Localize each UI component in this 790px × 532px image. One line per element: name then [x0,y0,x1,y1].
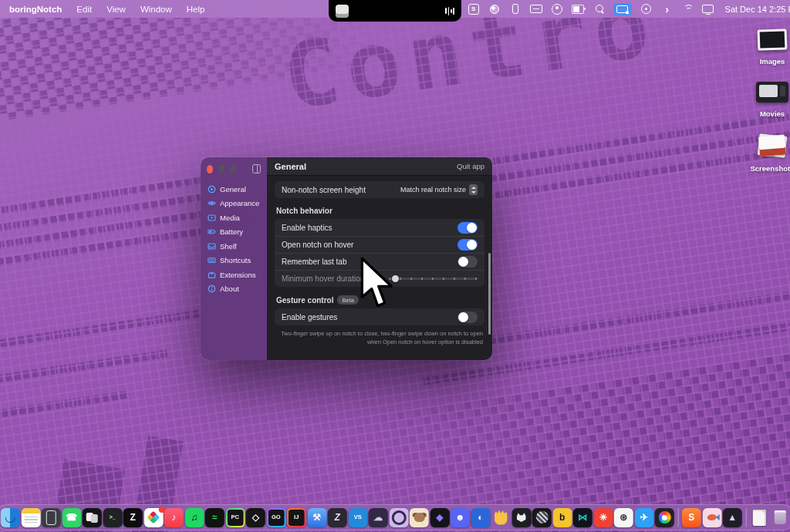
record-icon[interactable] [640,3,653,15]
stepper-icon [469,184,478,195]
dock-xcode[interactable]: ⚒ [307,508,326,527]
dock-windows-app[interactable] [83,508,102,527]
dock-vscode[interactable]: VS [348,508,367,527]
window-sidebar: GeneralAppearanceMediaBatteryShelfShortc… [201,157,267,360]
menu-edit[interactable]: Edit [76,5,92,14]
sidebar-item-label: Media [220,214,240,222]
desktop: { "menu_bar": { "app_name": "boringNotch… [0,0,790,532]
dock-pycharm[interactable]: PC [225,508,245,527]
menu-view[interactable]: View [106,5,126,14]
sidebar-toggle-icon[interactable] [252,164,261,173]
screen-mirroring-icon[interactable] [613,3,632,15]
scrollbar[interactable] [488,253,491,335]
dock-ghostty[interactable]: Z [328,508,347,527]
sidebar-item-extensions[interactable]: Extensions [207,270,261,279]
setting-row-open-notch-on-hover: Open notch on hover [275,236,484,253]
keyboard-battery-icon[interactable] [530,3,542,15]
battery-icon[interactable] [572,3,584,15]
sidebar-item-general[interactable]: General [207,184,261,194]
dock-notes[interactable] [21,508,40,527]
dock-cube-app[interactable]: ◇ [246,508,265,527]
ghostty-glyph: Z [335,513,340,522]
open-notch-on-hover-toggle[interactable] [457,239,478,251]
sphere-icon[interactable] [488,3,501,15]
audio-visualizer-icon [445,6,454,15]
dock-blue-fan-app[interactable]: ✈ [634,508,653,527]
notch-size-select[interactable]: Match real notch size [400,184,478,195]
dock-spotify[interactable]: ♫ [184,508,204,527]
dock-iphone-mirroring[interactable] [42,508,61,527]
dock-bruno[interactable]: b [552,508,572,527]
dock-moon-app[interactable]: ◐ [471,508,490,527]
desktop-stack-movies[interactable]: Movies [748,82,790,118]
dock-screen-studio[interactable]: S [682,508,701,527]
dock-whatsapp[interactable]: ☎ [62,508,81,527]
setting-label: Enable haptics [282,224,457,232]
dock-bluesky[interactable]: ⋈ [573,508,592,527]
dock-chatgpt[interactable]: ⊛ [614,508,633,527]
dock-hand-app[interactable] [491,508,511,527]
search-icon[interactable] [592,3,605,15]
sidebar-item-shelf[interactable]: Shelf [207,241,261,251]
s-app-icon[interactable] [468,3,480,15]
dock-goland[interactable]: GO [266,508,285,527]
dock-fish-app[interactable] [702,508,721,527]
minimum-hover-duration-slider[interactable] [389,278,478,280]
remember-last-tab-toggle[interactable] [457,256,478,268]
sidebar-item-label: Extensions [220,271,255,279]
display-icon[interactable] [702,3,714,15]
dock-final-cut-pro[interactable] [655,508,674,527]
notch[interactable] [329,0,461,22]
chevron-right-icon[interactable] [661,3,674,15]
menu-app-name[interactable]: boringNotch [9,5,62,14]
wifi-icon[interactable] [682,3,694,15]
airpods-case-icon[interactable] [509,3,522,15]
dock-slack[interactable] [143,508,163,527]
movies-stack-icon [756,82,788,103]
dock-terminal[interactable]: >_ [103,508,122,527]
sidebar-item-battery[interactable]: Battery [207,227,261,237]
shelf-icon [207,241,216,251]
vscode-glyph: VS [354,514,362,520]
shots-stack-icon [756,134,788,157]
desktop-stack-screenshots[interactable]: Screenshots [748,134,790,173]
dock-striped-sphere-app[interactable] [532,508,552,527]
dock-activity-graph-app[interactable]: ≈ [205,508,225,527]
menu-window[interactable]: Window [140,5,172,14]
dock-intellij-idea[interactable]: IJ [287,508,306,527]
dock-dog-app[interactable] [410,508,429,527]
extensions-icon [207,270,216,279]
dock-obsidian[interactable]: ◆ [430,508,449,527]
dock-cloud-app[interactable]: ☁ [369,508,388,527]
enable-haptics-toggle[interactable] [457,222,478,234]
menu-bar-clock[interactable]: Sat Dec 14 2:25 PM [725,5,790,14]
dock-starburst-app[interactable]: ✳ [593,508,613,527]
stack-label: Movies [748,109,790,118]
bluesky-glyph: ⋈ [578,513,587,522]
enable-gestures-toggle[interactable] [457,311,478,323]
zoom-button[interactable] [230,165,236,173]
sidebar-item-media[interactable]: Media [207,213,261,222]
close-button[interactable] [207,165,213,173]
desktop-stack-images[interactable]: Images [748,29,790,66]
dock-rocket-app[interactable]: ▲ [723,508,742,527]
dock-finder[interactable] [1,508,20,527]
menu-help[interactable]: Help [187,5,205,14]
sidebar-item-about[interactable]: About [207,285,261,294]
dock-apple-music[interactable]: ♪ [164,508,184,527]
obsidian-glyph: ◆ [436,513,443,522]
dock-purple-ring-app[interactable] [389,508,408,527]
user-account-icon[interactable] [551,3,563,15]
dock-zed[interactable]: Z [123,508,143,527]
dock-documents-stack[interactable] [750,508,769,527]
minimize-button[interactable] [218,165,225,173]
stack-label: Images [748,57,790,66]
quit-app-button[interactable]: Quit app [457,162,484,170]
setting-row-enable-haptics: Enable haptics [275,219,484,236]
sidebar-item-shortcuts[interactable]: Shortcuts [207,256,261,265]
sidebar-item-appearance[interactable]: Appearance [207,199,261,208]
dock-discord[interactable]: ☻ [451,508,470,527]
dock-cat-app[interactable] [511,508,531,527]
shortcuts-icon [207,256,216,265]
dock-trash[interactable] [770,508,789,527]
